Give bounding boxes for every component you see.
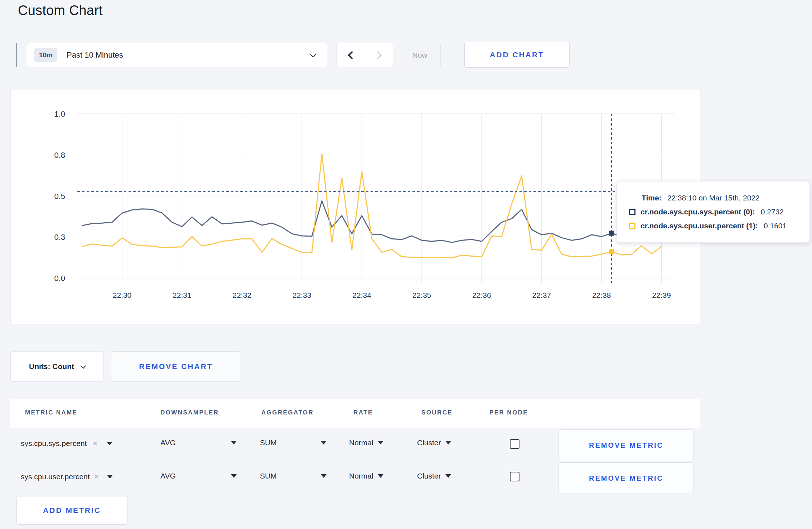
tooltip-time-value: 22:38:10 on Mar 15th, 2022 [667,194,760,202]
x-tick-label: 22:30 [113,291,132,299]
time-window-badge: 10m [34,48,57,62]
tooltip-time-label: Time: [642,194,662,202]
x-tick-label: 22:33 [293,291,311,299]
aggregator-select[interactable]: SUM [260,472,327,480]
metric-name-select[interactable]: sys.cpu.user.percent × [21,472,134,482]
metric-row: sys.cpu.sys.percent × AVG SUM Normal Clu… [0,428,812,463]
remove-metric-button[interactable]: REMOVE METRIC [559,429,694,461]
aggregator-select[interactable]: SUM [260,438,327,447]
chart-tooltip: Time: 22:38:10 on Mar 15th, 2022 cr.node… [617,181,810,243]
caret-down-icon [378,474,383,478]
downsampler-select[interactable]: AVG [160,472,237,480]
x-tick-label: 22:34 [352,291,371,299]
cpu-percent-chart[interactable]: 22:3022:3122:3222:3322:3422:3522:3622:37… [11,89,700,324]
y-tick-label: 0.0 [54,274,65,283]
metric-name-select[interactable]: sys.cpu.sys.percent × [21,438,134,448]
time-range-dropdown[interactable]: 10m Past 10 Minutes [27,43,328,67]
x-tick-label: 22:32 [233,291,252,299]
step-back-button[interactable] [337,43,365,67]
clear-metric-icon[interactable]: × [94,472,99,482]
caret-down-icon [107,475,113,479]
downsampler-select[interactable]: AVG [160,438,237,447]
hover-point-marker [609,249,614,254]
source-select[interactable]: Cluster [417,472,451,480]
series-line-user [82,154,661,258]
col-header-source: SOURCE [421,409,453,416]
time-range-divider [16,43,17,67]
col-header-rate: RATE [353,409,373,416]
y-tick-label: 0.5 [54,192,65,201]
y-tick-label: 0.3 [54,233,65,242]
hover-point-marker [609,231,614,236]
col-header-per-node: PER NODE [489,409,528,416]
caret-down-icon [321,474,327,478]
metric-row: sys.cpu.user.percent × AVG SUM Normal Cl… [0,461,812,496]
remove-metric-button[interactable]: REMOVE METRIC [559,462,694,494]
rate-select[interactable]: Normal [349,472,383,480]
caret-down-icon [321,441,327,445]
caret-down-icon [107,442,112,445]
now-button[interactable]: Now [399,43,441,67]
step-forward-button[interactable] [365,43,393,67]
caret-down-icon [231,474,237,478]
x-tick-label: 22:37 [532,291,551,299]
per-node-checkbox[interactable] [510,439,519,449]
tooltip-series-row: cr.node.sys.cpu.user.percent (1): 0.1601 [629,222,809,230]
clear-metric-icon[interactable]: × [92,438,97,448]
col-header-metric-name: METRIC NAME [25,409,77,416]
chart-card: 22:3022:3122:3222:3322:3422:3522:3622:37… [10,89,700,324]
caret-down-icon [378,441,383,445]
chevron-left-icon [348,51,356,59]
x-tick-label: 22:31 [173,291,192,299]
rate-select[interactable]: Normal [349,438,383,447]
user-series-swatch-icon [629,223,635,229]
chevron-down-icon [81,363,86,369]
y-tick-label: 0.8 [54,151,65,160]
page-title: Custom Chart [18,3,103,18]
remove-chart-button[interactable]: REMOVE CHART [111,351,241,382]
source-select[interactable]: Cluster [417,438,451,447]
sys-series-swatch-icon [629,209,635,215]
tooltip-time-row: Time: 22:38:10 on Mar 15th, 2022 [629,194,809,202]
per-node-checkbox[interactable] [510,472,519,481]
chevron-down-icon [310,51,316,57]
col-header-downsampler: DOWNSAMPLER [160,409,219,416]
col-header-aggregator: AGGREGATOR [261,409,314,416]
add-chart-button[interactable]: ADD CHART [464,42,570,68]
time-window-label: Past 10 Minutes [67,50,123,60]
x-tick-label: 22:35 [412,291,431,299]
x-tick-label: 22:36 [472,291,491,299]
y-tick-label: 1.0 [54,110,65,118]
x-tick-label: 22:38 [592,291,611,299]
units-dropdown[interactable]: Units: Count [10,351,104,382]
caret-down-icon [445,441,451,445]
x-tick-label: 22:39 [652,291,671,299]
time-step-controls [337,43,393,67]
chevron-right-icon [374,51,382,59]
add-metric-button[interactable]: ADD METRIC [16,496,127,525]
tooltip-series-row: cr.node.sys.cpu.sys.percent (0): 0.2732 [629,208,809,216]
caret-down-icon [445,474,451,478]
caret-down-icon [231,441,237,445]
